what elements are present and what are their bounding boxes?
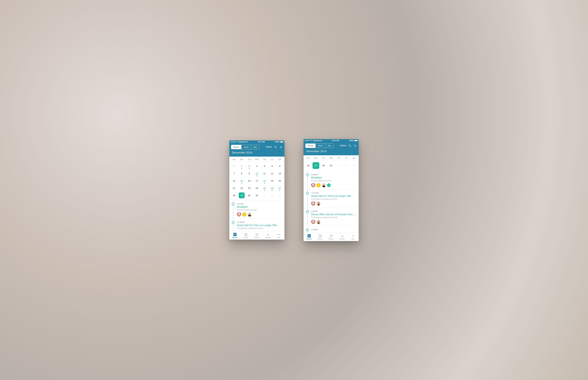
tab-events[interactable]: Events bbox=[315, 233, 325, 241]
avatar[interactable] bbox=[317, 220, 321, 224]
day-cell[interactable]: 15 bbox=[238, 177, 245, 184]
segment-week[interactable]: Week bbox=[241, 145, 251, 149]
day-cell[interactable]: 30 bbox=[230, 162, 238, 170]
avatar[interactable] bbox=[247, 212, 252, 216]
today-button[interactable]: TODAY bbox=[266, 146, 272, 148]
agenda-item[interactable]: 9:00AMBreakfastEAST DINING CENTER+3 bbox=[304, 171, 359, 190]
day-cell[interactable]: 14 bbox=[230, 177, 238, 184]
weekday-label: Mon bbox=[238, 158, 245, 160]
tab-agenda[interactable]: 17 Agenda bbox=[229, 231, 240, 240]
segment-month[interactable]: Month bbox=[231, 145, 241, 149]
add-icon[interactable] bbox=[353, 144, 357, 148]
day-cell[interactable]: 31 bbox=[253, 192, 261, 199]
tab-updates[interactable]: Updates bbox=[263, 231, 273, 240]
day-cell[interactable]: 11 bbox=[261, 170, 268, 177]
avatar[interactable] bbox=[322, 183, 326, 187]
day-cell[interactable]: 28 bbox=[230, 192, 238, 199]
day-number: 28 bbox=[233, 194, 235, 197]
list-icon bbox=[318, 234, 322, 238]
week-strip: 28293031123 bbox=[304, 161, 359, 171]
tab-events[interactable]: Events bbox=[240, 231, 251, 240]
avatar[interactable] bbox=[317, 183, 321, 187]
day-cell[interactable]: 6 bbox=[276, 162, 284, 170]
day-cell[interactable]: 16 bbox=[245, 177, 253, 184]
day-cell[interactable]: 23 bbox=[245, 184, 253, 192]
search-icon[interactable] bbox=[274, 145, 277, 149]
day-number: 22 bbox=[240, 187, 243, 189]
day-cell[interactable]: 19 bbox=[268, 177, 276, 184]
day-cell[interactable]: 8 bbox=[238, 170, 245, 177]
svg-point-10 bbox=[256, 233, 258, 236]
day-cell[interactable]: 2 bbox=[343, 162, 350, 170]
day-cell[interactable]: 2 bbox=[268, 192, 276, 199]
agenda-item[interactable]: 12:30PMStudy Hall For This Is A Longer T… bbox=[229, 219, 284, 231]
day-cell[interactable]: 17 bbox=[253, 177, 261, 184]
day-cell[interactable]: 1 bbox=[261, 192, 268, 199]
agenda-list[interactable]: 9:00AMBreakfastEAST DINING CENTER+312:30… bbox=[304, 171, 359, 233]
day-cell[interactable]: 26 bbox=[268, 184, 276, 192]
day-cell[interactable]: 4 bbox=[261, 162, 268, 170]
add-icon[interactable] bbox=[279, 145, 283, 149]
more-attendees-badge[interactable]: +3 bbox=[327, 184, 331, 187]
tab-more[interactable]: More bbox=[273, 231, 284, 240]
search-icon[interactable] bbox=[348, 144, 352, 148]
day-cell[interactable]: 27 bbox=[276, 184, 284, 192]
day-cell[interactable]: 3 bbox=[276, 192, 284, 199]
week-row: 14151617181920 bbox=[230, 177, 284, 184]
agenda-list[interactable]: 9:00AMBreakfastEAST DINING CENTER12:30PM… bbox=[229, 200, 284, 231]
day-cell[interactable]: 10 bbox=[253, 170, 261, 177]
day-cell[interactable]: 1 bbox=[335, 162, 343, 170]
avatar[interactable] bbox=[311, 220, 315, 224]
day-number: 30 bbox=[233, 165, 235, 167]
day-cell[interactable]: 30 bbox=[245, 192, 253, 199]
tab-agenda[interactable]: 17 Agenda bbox=[304, 233, 315, 241]
day-cell[interactable]: 9 bbox=[245, 170, 253, 177]
weekday-header: Sun Mon Tue Wed Thu Fri Sat bbox=[229, 157, 284, 162]
svg-point-14 bbox=[349, 145, 350, 146]
segment-month[interactable]: Month bbox=[305, 144, 316, 148]
svg-point-31 bbox=[354, 236, 354, 236]
day-cell[interactable]: 29 bbox=[312, 162, 320, 170]
day-cell[interactable]: 2 bbox=[245, 162, 253, 170]
day-cell[interactable]: 31 bbox=[327, 162, 335, 170]
avatar[interactable] bbox=[242, 212, 246, 216]
today-button[interactable]: TODAY bbox=[340, 145, 346, 147]
avatar[interactable] bbox=[311, 202, 315, 206]
avatar[interactable] bbox=[311, 183, 315, 187]
day-cell[interactable]: 1 bbox=[238, 162, 245, 170]
agenda-item[interactable]: 12:30PMStudy Hall For This Is A Longer T… bbox=[304, 190, 359, 208]
event-time: 9:00PM bbox=[311, 228, 356, 231]
segment-day[interactable]: Day bbox=[251, 145, 259, 149]
day-number: 25 bbox=[263, 187, 266, 189]
tab-updates[interactable]: Updates bbox=[337, 233, 348, 241]
day-cell[interactable]: 12 bbox=[268, 170, 276, 177]
day-cell[interactable]: 24 bbox=[253, 184, 261, 192]
day-cell[interactable]: 3 bbox=[253, 162, 261, 170]
avatar[interactable] bbox=[237, 212, 241, 216]
tab-explore[interactable]: Explore bbox=[251, 231, 263, 240]
avatar[interactable] bbox=[317, 202, 321, 206]
day-cell[interactable]: 3 bbox=[350, 162, 358, 170]
day-number: 17 bbox=[256, 179, 258, 182]
agenda-item[interactable]: 6:00PMDinner With a Bunch of Friends Fro… bbox=[304, 208, 359, 226]
agenda-item[interactable]: 9:00AMBreakfastEAST DINING CENTER bbox=[229, 200, 284, 219]
tab-label: Explore bbox=[329, 238, 334, 240]
segment-week[interactable]: Week bbox=[316, 144, 325, 148]
day-cell[interactable]: 22 bbox=[238, 184, 245, 192]
day-cell[interactable]: 13 bbox=[276, 170, 284, 177]
day-cell[interactable]: 5 bbox=[268, 162, 276, 170]
attendee-row bbox=[311, 202, 356, 206]
tab-explore[interactable]: Explore bbox=[325, 233, 337, 241]
day-cell[interactable]: 18 bbox=[261, 177, 268, 184]
day-cell[interactable]: 29 bbox=[238, 192, 245, 199]
tab-more[interactable]: More bbox=[348, 233, 359, 241]
day-cell[interactable]: 21 bbox=[230, 184, 238, 192]
day-cell[interactable]: 7 bbox=[230, 170, 238, 177]
day-cell[interactable]: 28 bbox=[304, 162, 312, 170]
day-cell[interactable]: 30 bbox=[320, 162, 327, 170]
day-cell[interactable]: 25 bbox=[261, 184, 268, 192]
agenda-item[interactable]: 9:00PM bbox=[304, 226, 359, 233]
segment-day[interactable]: Day bbox=[325, 144, 333, 148]
status-bar: JellyJarCo 9:41 AM 100% bbox=[304, 139, 359, 142]
day-cell[interactable]: 20 bbox=[276, 177, 284, 184]
